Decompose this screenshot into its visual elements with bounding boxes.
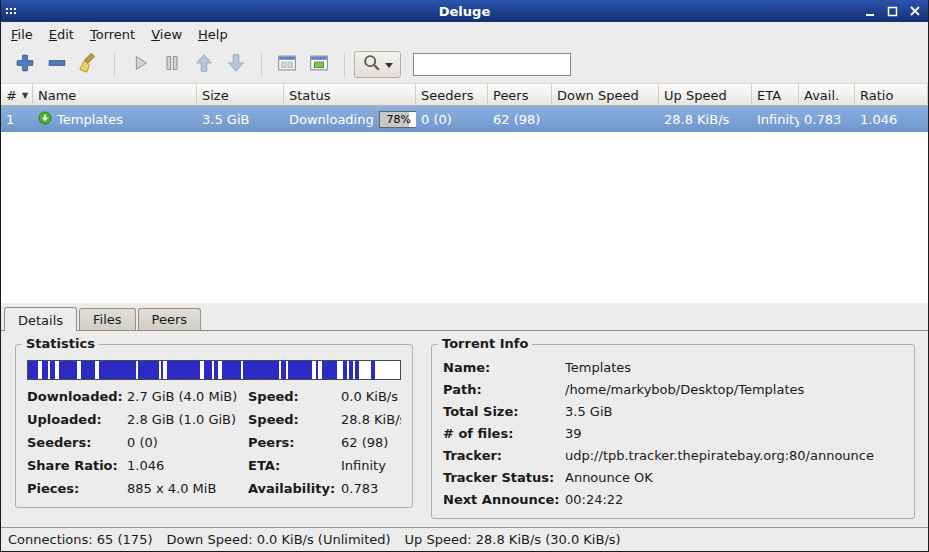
column-header-eta[interactable]: ETA xyxy=(752,84,799,106)
broom-icon xyxy=(78,52,100,77)
column-header-avail[interactable]: Avail. xyxy=(799,84,855,106)
stat-value: 0.783 xyxy=(341,481,401,496)
column-header-ratio[interactable]: Ratio xyxy=(855,84,928,106)
plugins-icon xyxy=(308,52,330,77)
info-label: Total Size: xyxy=(443,404,565,419)
status-progress-bar: 78% xyxy=(379,111,416,128)
tab-peers[interactable]: Peers xyxy=(138,308,202,330)
deluge-window: Deluge File Edit Torrent View Help xyxy=(0,0,929,552)
pieces-bar xyxy=(27,360,401,380)
details-tabbar: Details Files Peers xyxy=(1,303,928,330)
stat-label: ETA: xyxy=(248,458,341,473)
info-value: Templates xyxy=(565,360,903,375)
menu-help[interactable]: Help xyxy=(190,24,236,45)
queue-down-button[interactable] xyxy=(220,50,252,80)
toolbar-separator xyxy=(261,53,262,77)
stat-label: Peers: xyxy=(248,435,341,450)
window-title: Deluge xyxy=(1,4,928,19)
info-label: Tracker Status: xyxy=(443,470,565,485)
info-value: 00:24:22 xyxy=(565,492,903,507)
clear-torrents-button[interactable] xyxy=(73,50,105,80)
sort-arrow-icon: ▼ xyxy=(22,91,28,100)
torrent-info-group: Torrent Info Name:Templates Path:/home/m… xyxy=(431,344,915,519)
details-panel: Statistics Downloaded:2.7 GiB (4.0 MiB)S… xyxy=(1,330,928,527)
arrow-down-icon xyxy=(225,52,247,77)
menu-torrent[interactable]: Torrent xyxy=(82,24,143,45)
stat-label: Seeders: xyxy=(27,435,127,450)
torrent-info-title: Torrent Info xyxy=(438,336,532,351)
column-header-name[interactable]: Name xyxy=(33,84,197,106)
cell-ratio: 1.046 xyxy=(855,112,928,127)
column-header-status[interactable]: Status xyxy=(284,84,416,106)
info-value: /home/markybob/Desktop/Templates xyxy=(565,382,903,397)
torrent-list-header: #▼ Name Size Status Seeders Peers Down S… xyxy=(1,84,928,106)
stat-label: Share Ratio: xyxy=(27,458,127,473)
info-label: Tracker: xyxy=(443,448,565,463)
statistics-grid: Downloaded:2.7 GiB (4.0 MiB)Speed:0.0 Ki… xyxy=(27,389,401,496)
status-bar: Connections: 65 (175) Down Speed: 0.0 Ki… xyxy=(1,527,928,551)
stat-label: Uploaded: xyxy=(27,412,127,427)
remove-icon xyxy=(46,52,68,77)
info-label: Next Announce: xyxy=(443,492,565,507)
menu-view[interactable]: View xyxy=(143,24,190,45)
stat-value: 1.046 xyxy=(127,458,248,473)
stat-value: 885 x 4.0 MiB xyxy=(127,481,248,496)
titlebar: Deluge xyxy=(1,0,928,22)
preferences-button[interactable] xyxy=(271,50,303,80)
stat-label: Downloaded: xyxy=(27,389,127,404)
cell-up-speed: 28.8 KiB/s xyxy=(659,112,752,127)
column-header-peers[interactable]: Peers xyxy=(488,84,552,106)
menubar: File Edit Torrent View Help xyxy=(1,22,928,46)
status-down-speed: Down Speed: 0.0 KiB/s (Unlimited) xyxy=(166,532,390,547)
stat-value: 28.8 KiB/s xyxy=(341,412,401,427)
search-input[interactable] xyxy=(413,53,571,76)
stat-value: Infinity xyxy=(341,458,401,473)
remove-torrent-button[interactable] xyxy=(41,50,73,80)
cell-avail: 0.783 xyxy=(799,112,855,127)
stat-value: 2.8 GiB (1.0 GiB) xyxy=(127,412,248,427)
stat-value: 0 (0) xyxy=(127,435,248,450)
stat-label: Pieces: xyxy=(27,481,127,496)
tab-details[interactable]: Details xyxy=(4,307,77,331)
toolbar-separator xyxy=(114,53,115,77)
queue-up-button[interactable] xyxy=(188,50,220,80)
torrent-list-empty-area xyxy=(1,132,928,303)
torrent-row[interactable]: 1 Templates 3.5 GiB Downloading 78% 0 (0… xyxy=(1,106,928,132)
pause-button[interactable] xyxy=(156,50,188,80)
close-button[interactable] xyxy=(907,4,922,18)
tab-files[interactable]: Files xyxy=(79,308,136,330)
info-value: 3.5 GiB xyxy=(565,404,903,419)
info-label: Name: xyxy=(443,360,565,375)
column-header-down-speed[interactable]: Down Speed xyxy=(552,84,659,106)
cell-eta: Infinity xyxy=(752,112,799,127)
column-header-seeders[interactable]: Seeders xyxy=(416,84,488,106)
torrent-list: 1 Templates 3.5 GiB Downloading 78% 0 (0… xyxy=(1,106,928,303)
torrent-info-grid: Name:Templates Path:/home/markybob/Deskt… xyxy=(443,360,903,507)
magnifier-icon xyxy=(362,53,382,76)
status-connections: Connections: 65 (175) xyxy=(8,532,152,547)
menu-edit[interactable]: Edit xyxy=(41,24,82,45)
info-label: # of files: xyxy=(443,426,565,441)
stat-value: 0.0 KiB/s xyxy=(341,389,401,404)
maximize-button[interactable] xyxy=(885,4,900,18)
torrent-status-icon xyxy=(38,111,52,128)
resume-button[interactable] xyxy=(124,50,156,80)
pause-icon xyxy=(161,52,183,77)
column-header-size[interactable]: Size xyxy=(197,84,284,106)
cell-name: Templates xyxy=(33,111,197,128)
stat-label: Speed: xyxy=(248,389,341,404)
cell-number: 1 xyxy=(1,112,33,127)
arrow-up-icon xyxy=(193,52,215,77)
column-header-number[interactable]: #▼ xyxy=(1,84,33,106)
minimize-button[interactable] xyxy=(863,4,878,18)
info-value: udp://tpb.tracker.thepiratebay.org:80/an… xyxy=(565,448,903,463)
find-button[interactable] xyxy=(354,51,401,78)
add-icon xyxy=(14,52,36,77)
info-label: Path: xyxy=(443,382,565,397)
preferences-icon xyxy=(276,52,298,77)
plugins-button[interactable] xyxy=(303,50,335,80)
stat-value: 62 (98) xyxy=(341,435,401,450)
add-torrent-button[interactable] xyxy=(9,50,41,80)
menu-file[interactable]: File xyxy=(3,24,41,45)
column-header-up-speed[interactable]: Up Speed xyxy=(659,84,752,106)
